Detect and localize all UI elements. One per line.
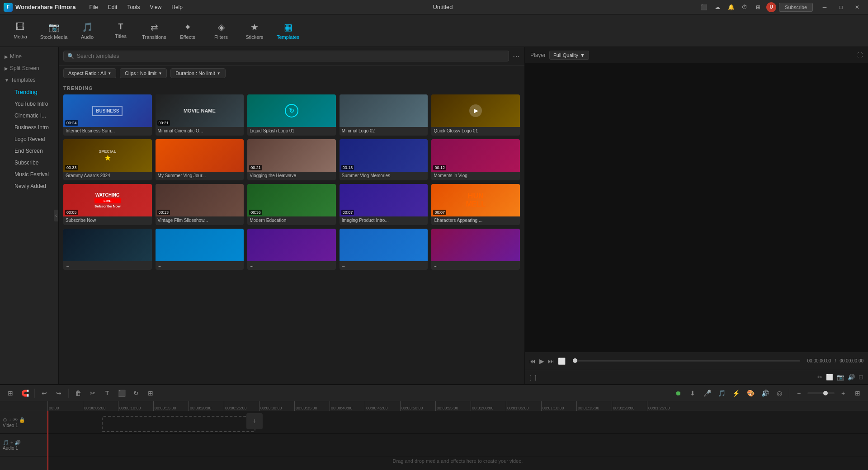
template-item-8[interactable]: 00:21Vlogging the Heatwave xyxy=(247,139,336,180)
fullscreen-button[interactable]: ⛶ xyxy=(857,52,863,58)
tool-effects[interactable]: ✦ Effects xyxy=(172,16,203,45)
stop-button[interactable]: ⬜ xyxy=(558,357,566,365)
quality-select[interactable]: Full Quality ▼ xyxy=(549,51,589,60)
template-item-17[interactable]: ... xyxy=(156,229,244,270)
aspect-ratio-filter[interactable]: Aspect Ratio : All ▼ xyxy=(63,68,116,78)
more-options-button[interactable]: ⋯ xyxy=(513,52,520,61)
tl-add-track[interactable]: ⊞ xyxy=(5,387,16,399)
search-input[interactable] xyxy=(77,53,505,59)
play-button[interactable]: ▶ xyxy=(539,357,544,365)
template-item-18[interactable]: ... xyxy=(247,229,336,270)
close-button[interactable]: ✕ xyxy=(850,3,864,12)
menu-tools[interactable]: Tools xyxy=(123,2,144,12)
sidebar-collapse-button[interactable]: ‹ xyxy=(54,210,58,221)
user-avatar[interactable]: U xyxy=(766,2,776,12)
tl-cut[interactable]: ✂ xyxy=(87,387,99,399)
tool-transitions[interactable]: ⇄ Transitions xyxy=(138,16,170,45)
tool-templates[interactable]: ▦ Templates xyxy=(272,16,304,45)
template-item-12[interactable]: 00:13Vintage Film Slideshow... xyxy=(156,184,244,225)
tl-redo[interactable]: ↪ xyxy=(53,387,65,399)
template-item-5[interactable]: ▶Quick Glossy Logo 01 xyxy=(431,94,520,136)
template-item-3[interactable]: ↻Liquid Splash Logo 01 xyxy=(247,94,336,136)
clips-filter[interactable]: Clips : No limit ▼ xyxy=(120,68,167,78)
tool-titles[interactable]: T Titles xyxy=(105,16,137,45)
menu-file[interactable]: File xyxy=(85,2,102,12)
template-item-9[interactable]: 00:13Summer Vlog Memories xyxy=(340,139,428,180)
subscribe-button[interactable]: Subscribe xyxy=(779,3,813,12)
sidebar-item-music[interactable]: Music Festival xyxy=(9,169,58,180)
audio-track-music[interactable]: 🎵 xyxy=(3,440,9,446)
tl-record[interactable]: ⏺ xyxy=(672,387,684,399)
template-item-6[interactable]: 00:33SPECIAL★Grammy Awards 2024 xyxy=(63,139,152,180)
template-item-14[interactable]: 00:07Imaging Product Intro... xyxy=(340,184,428,225)
snapshot-button[interactable]: 📷 xyxy=(837,374,844,381)
tl-color[interactable]: 🎨 xyxy=(745,387,756,399)
add-media-icon[interactable]: + xyxy=(246,413,263,429)
audio-track-mute[interactable]: 🔊 xyxy=(14,440,21,446)
in-point-button[interactable]: [ xyxy=(529,374,531,381)
sidebar-item-subscribe[interactable]: Subscribe xyxy=(9,157,58,169)
tl-delete[interactable]: 🗑 xyxy=(72,387,84,399)
menu-help[interactable]: Help xyxy=(167,2,187,12)
tl-rotate[interactable]: ↻ xyxy=(130,387,142,399)
tl-magnet[interactable]: 🧲 xyxy=(19,387,31,399)
tl-import[interactable]: ⬇ xyxy=(687,387,698,399)
icon-monitor[interactable]: ⬛ xyxy=(698,2,709,13)
tl-zoom-fit[interactable]: ⊞ xyxy=(852,387,863,399)
template-item-10[interactable]: 00:12Moments in Vlog xyxy=(431,139,520,180)
tl-music[interactable]: 🎵 xyxy=(716,387,727,399)
tl-ai[interactable]: ◎ xyxy=(774,387,785,399)
template-item-1[interactable]: 00:24BUSINESSInternet Business Sum... xyxy=(63,94,152,136)
sidebar-item-business[interactable]: Business Intro xyxy=(9,122,58,133)
menu-view[interactable]: View xyxy=(145,2,166,12)
rewind-button[interactable]: ⏮ xyxy=(529,357,536,365)
audio-track-add[interactable]: + xyxy=(10,440,13,446)
template-item-7[interactable]: My Summer Vlog Jour... xyxy=(156,139,244,180)
menu-edit[interactable]: Edit xyxy=(104,2,122,12)
tool-filters[interactable]: ◈ Filters xyxy=(205,16,237,45)
sidebar-item-youtube[interactable]: YouTube Intro xyxy=(9,98,58,110)
template-item-15[interactable]: 00:07HUNMELLCharacters Appearing ... xyxy=(431,184,520,225)
video-track-lock[interactable]: 🔒 xyxy=(19,417,25,423)
tl-split[interactable]: ⊞ xyxy=(145,387,156,399)
sidebar-templates-category[interactable]: ▼ Templates xyxy=(0,74,58,86)
out-point-button[interactable]: ] xyxy=(535,374,537,381)
tl-speed[interactable]: ⚡ xyxy=(730,387,742,399)
tl-audio-eq[interactable]: 🔊 xyxy=(759,387,771,399)
tool-stock-media[interactable]: 📷 Stock Media xyxy=(38,16,70,45)
crop-button[interactable]: ⬜ xyxy=(826,374,833,381)
template-item-2[interactable]: 00:21MOVIE NAMEMinimal Cinematic O... xyxy=(156,94,244,136)
icon-bell[interactable]: 🔔 xyxy=(726,2,736,13)
split-button[interactable]: ✂ xyxy=(817,374,822,381)
template-item-11[interactable]: 00:05WATCHINGLIVESubscribe NowSubscribe … xyxy=(63,184,152,225)
template-item-16[interactable]: ... xyxy=(63,229,152,270)
tl-undo[interactable]: ↩ xyxy=(38,387,50,399)
aspect-button[interactable]: ⊡ xyxy=(859,374,863,381)
template-item-20[interactable]: ... xyxy=(431,229,520,270)
sidebar-item-endscreen[interactable]: End Screen xyxy=(9,145,58,157)
template-item-19[interactable]: ... xyxy=(340,229,428,270)
tl-zoom-in[interactable]: + xyxy=(837,387,849,399)
zoom-slider[interactable] xyxy=(807,392,835,394)
sidebar-mine[interactable]: ▶ Mine xyxy=(0,51,58,62)
sidebar-splitscreen[interactable]: ▶ Split Screen xyxy=(0,62,58,74)
video-track-add[interactable]: + xyxy=(9,417,11,423)
icon-clock[interactable]: ⏱ xyxy=(739,2,750,13)
sidebar-item-newlyadded[interactable]: Newly Added xyxy=(9,180,58,192)
template-item-4[interactable]: Minimal Logo 02 xyxy=(340,94,428,136)
video-track-settings[interactable]: ⚙ xyxy=(3,417,7,423)
tl-mic[interactable]: 🎤 xyxy=(701,387,713,399)
duration-filter[interactable]: Duration : No limit ▼ xyxy=(170,68,225,78)
volume-button[interactable]: 🔊 xyxy=(848,374,855,381)
tool-stickers[interactable]: ★ Stickers xyxy=(239,16,270,45)
sidebar-item-logo[interactable]: Logo Reveal xyxy=(9,133,58,145)
icon-grid[interactable]: ⊞ xyxy=(753,2,764,13)
tool-media[interactable]: 🎞 Media xyxy=(5,16,36,45)
tl-crop[interactable]: ⬛ xyxy=(116,387,127,399)
drop-zone[interactable]: + xyxy=(102,416,255,432)
maximize-button[interactable]: □ xyxy=(834,3,848,12)
tool-audio[interactable]: 🎵 Audio xyxy=(71,16,103,45)
minimize-button[interactable]: ─ xyxy=(817,3,832,12)
sidebar-item-cinematic[interactable]: Cinematic I... xyxy=(9,110,58,122)
sidebar-item-trending[interactable]: Trending xyxy=(9,86,58,98)
